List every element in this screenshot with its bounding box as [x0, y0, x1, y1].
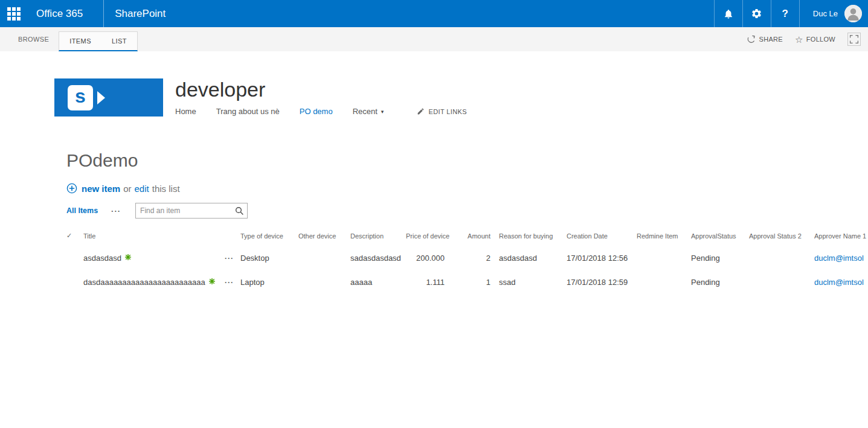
list-area: POdemo new item or edit this list All It…: [66, 150, 868, 294]
sharepoint-link[interactable]: SharePoint: [104, 0, 180, 27]
chevron-down-icon: ▾: [381, 109, 384, 115]
edit-list-link[interactable]: edit: [135, 184, 149, 194]
list-commands: new item or edit this list: [66, 183, 868, 194]
item-redmine: [637, 270, 691, 294]
item-description: sadasdasdasd: [350, 246, 406, 270]
column-header-approval-status[interactable]: ApprovalStatus: [691, 228, 749, 246]
or-text: or: [123, 184, 131, 194]
pencil-icon: [417, 107, 425, 115]
suitebar-actions: ? Duc Le: [714, 0, 868, 27]
item-reason: asdasdasd: [499, 246, 567, 270]
focus-on-content-button[interactable]: [847, 33, 861, 46]
item-creation-date: 17/01/2018 12:56: [567, 246, 637, 270]
help-button[interactable]: ?: [771, 0, 799, 27]
column-header-price[interactable]: Price of device: [406, 228, 453, 246]
item-type: Laptop: [240, 270, 298, 294]
settings-button[interactable]: [742, 0, 771, 27]
item-approval-status-2: [749, 270, 814, 294]
notifications-button[interactable]: [714, 0, 742, 27]
new-item-label: new item: [82, 184, 120, 194]
row-checkbox[interactable]: [66, 246, 83, 270]
person-icon: [844, 5, 862, 22]
tab-items[interactable]: ITEMS: [59, 32, 101, 50]
item-approval-status: Pending: [691, 246, 749, 270]
share-icon: [747, 35, 756, 44]
search-box: [135, 203, 248, 219]
ribbon-bar: BROWSE ITEMS LIST SHARE ☆ FOLLOW: [0, 27, 868, 51]
site-header: s developer Home Trang about us nè PO de…: [54, 78, 868, 117]
suite-bar: Office 365 SharePoint ? Duc Le: [0, 0, 868, 27]
site-logo[interactable]: s: [54, 78, 163, 117]
item-reason: ssad: [499, 270, 567, 294]
user-name: Duc Le: [813, 9, 838, 18]
column-header-description[interactable]: Description: [350, 228, 406, 246]
item-price: 1.111: [406, 270, 453, 294]
column-header-reason[interactable]: Reason for buying: [499, 228, 567, 246]
item-other-device: [298, 270, 350, 294]
view-row: All Items ···: [66, 203, 868, 219]
follow-label: FOLLOW: [806, 36, 835, 43]
column-header-approver-name[interactable]: Approver Name 1: [814, 228, 868, 246]
help-icon: ?: [782, 8, 788, 20]
row-checkbox[interactable]: [66, 270, 83, 294]
ribbon-actions: SHARE ☆ FOLLOW: [747, 27, 868, 51]
list-table: ✓ Title Type of device Other device Desc…: [66, 228, 868, 294]
item-title-cell[interactable]: dasdaaaaaaaaaaaaaaaaaaaaaaaa: [83, 270, 225, 294]
this-list-text: this list: [152, 184, 180, 194]
item-approver-link[interactable]: duclm@imtsol: [814, 254, 864, 263]
item-redmine: [637, 246, 691, 270]
office365-link[interactable]: Office 365: [28, 0, 103, 27]
column-header-redmine-item[interactable]: Redmine Item: [637, 228, 691, 246]
select-all-checkbox[interactable]: ✓: [66, 228, 83, 246]
search-input[interactable]: [136, 206, 231, 215]
item-menu-ellipsis[interactable]: ···: [225, 254, 234, 263]
app-launcher-button[interactable]: [0, 0, 28, 27]
view-menu-ellipsis[interactable]: ···: [111, 206, 121, 216]
item-title: asdasdasd: [83, 254, 121, 263]
gear-icon: [751, 8, 762, 19]
check-icon: ✓: [66, 232, 72, 239]
item-amount: 1: [453, 270, 499, 294]
new-item-button[interactable]: new item: [66, 183, 120, 194]
new-item-badge-icon: [209, 278, 215, 284]
nav-po-demo[interactable]: PO demo: [300, 107, 333, 116]
column-header-amount[interactable]: Amount: [453, 228, 499, 246]
table-row[interactable]: asdasdasd ··· Desktop sadasdasdasd 200.0…: [66, 246, 868, 270]
search-button[interactable]: [231, 206, 247, 216]
view-all-items[interactable]: All Items: [66, 206, 98, 215]
share-label: SHARE: [759, 36, 783, 43]
item-approver-link[interactable]: duclm@imtsol: [814, 278, 864, 287]
site-title-block: developer Home Trang about us nè PO demo…: [175, 78, 487, 117]
avatar[interactable]: [844, 5, 862, 22]
nav-recent[interactable]: Recent ▾: [353, 107, 384, 116]
account-menu[interactable]: Duc Le: [799, 0, 868, 27]
share-button[interactable]: SHARE: [747, 35, 783, 44]
nav-trang-about-us[interactable]: Trang about us nè: [216, 107, 280, 116]
column-header-creation-date[interactable]: Creation Date: [567, 228, 637, 246]
waffle-icon: [7, 7, 21, 21]
item-title-cell[interactable]: asdasdasd: [83, 246, 225, 270]
edit-links-label: EDIT LINKS: [428, 108, 467, 115]
list-title: POdemo: [66, 150, 868, 171]
table-row[interactable]: dasdaaaaaaaaaaaaaaaaaaaaaaaa ··· Laptop …: [66, 270, 868, 294]
item-amount: 2: [453, 246, 499, 270]
column-header-title[interactable]: Title: [83, 228, 225, 246]
item-title: dasdaaaaaaaaaaaaaaaaaaaaaaaa: [83, 278, 205, 287]
item-menu-ellipsis[interactable]: ···: [225, 278, 234, 287]
site-title: developer: [175, 78, 487, 101]
nav-recent-label: Recent: [353, 107, 378, 116]
column-header-menu: [225, 228, 240, 246]
table-header-row: ✓ Title Type of device Other device Desc…: [66, 228, 868, 246]
plus-circle-icon: [66, 183, 77, 194]
follow-button[interactable]: ☆ FOLLOW: [795, 35, 835, 44]
column-header-other-device[interactable]: Other device: [298, 228, 350, 246]
tab-list[interactable]: LIST: [101, 32, 137, 50]
sharepoint-logo-icon: s: [68, 85, 93, 110]
nav-home[interactable]: Home: [175, 107, 196, 116]
tab-browse[interactable]: BROWSE: [0, 27, 59, 51]
column-header-approval-status-2[interactable]: Approval Status 2: [749, 228, 814, 246]
site-nav: Home Trang about us nè PO demo Recent ▾ …: [175, 107, 487, 116]
column-header-type[interactable]: Type of device: [240, 228, 298, 246]
search-icon: [235, 206, 244, 216]
edit-links-button[interactable]: EDIT LINKS: [417, 107, 467, 115]
